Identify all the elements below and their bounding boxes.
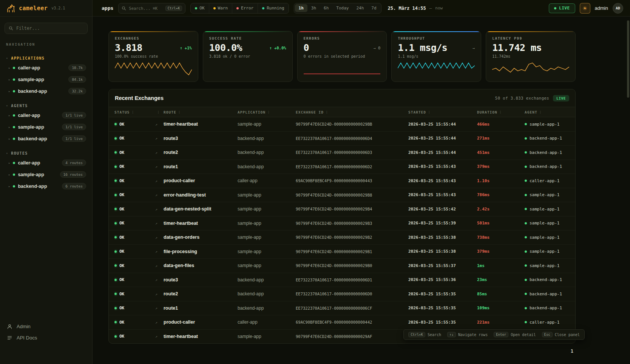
range-button[interactable]: 24h xyxy=(352,4,368,12)
sidebar-item-admin[interactable]: Admin xyxy=(7,324,85,329)
route-cell[interactable]: route3 xyxy=(164,136,238,141)
stat-card[interactable]: THROUGHPUT 1.1 msg/s → 1.1 msg/s xyxy=(391,31,481,82)
sidebar-item[interactable]: ▸ sample-app 1/1 live xyxy=(3,121,89,133)
table-row[interactable]: OK ↗ route2 backend-app EE7322370A10617-… xyxy=(109,287,575,301)
route-cell[interactable]: product-caller xyxy=(164,319,238,325)
range-button[interactable]: 1h xyxy=(295,4,307,12)
table-row[interactable]: OK ↗ route2 backend-app EE7322370A10617-… xyxy=(109,146,575,160)
range-button[interactable]: 7d xyxy=(368,4,380,12)
sidebar-item[interactable]: ▸ caller-app 1/1 live xyxy=(3,109,89,121)
route-cell[interactable]: data-gen-orders xyxy=(164,235,238,240)
avatar[interactable]: AD xyxy=(613,3,623,14)
table-row[interactable]: OK ↗ data-gen-nested-split sample-app 90… xyxy=(109,202,575,217)
route-cell[interactable]: route2 xyxy=(164,150,238,155)
sidebar-item[interactable]: ▸ backend-app 32.2k xyxy=(3,85,89,97)
theme-toggle-button[interactable]: ☀ xyxy=(580,3,590,14)
duration-cell: 2.42s xyxy=(477,207,525,212)
column-header[interactable]: AGENT ⋮ xyxy=(525,110,570,114)
sidebar-item[interactable]: ▸ sample-app 16 routes xyxy=(3,169,89,180)
open-route-arrow-icon[interactable]: ↗ xyxy=(155,306,164,310)
table-row[interactable]: OK ↗ route1 backend-app EE7322370A10617-… xyxy=(109,160,575,174)
table-row[interactable]: OK ↗ error-handling-test sample-app 9079… xyxy=(109,188,575,203)
column-header[interactable]: ROUTE ⋮ xyxy=(164,110,238,114)
range-button[interactable]: 3h xyxy=(307,4,320,12)
route-cell[interactable]: route2 xyxy=(164,291,238,296)
live-button[interactable]: LIVE xyxy=(549,3,575,13)
search-box[interactable]: Ctrl+K xyxy=(118,3,185,14)
table-row[interactable]: OK ↗ timer-heartbeat sample-app 90799F47… xyxy=(109,217,575,231)
route-cell[interactable]: timer-heartbeat xyxy=(164,334,238,339)
open-route-arrow-icon[interactable]: ↗ xyxy=(155,292,164,296)
logo-row[interactable]: cameleer v3.2.1 xyxy=(0,0,92,17)
open-route-arrow-icon[interactable]: ↗ xyxy=(155,249,164,253)
table-row[interactable]: OK ↗ timer-heartbeat sample-app 90799F47… xyxy=(109,117,575,132)
column-header[interactable]: DURATION ⋮ xyxy=(477,110,525,114)
route-cell[interactable]: route3 xyxy=(164,277,238,283)
filter-input[interactable] xyxy=(16,26,83,31)
table-row[interactable]: OK ↗ product-caller caller-app 69AC90BF8… xyxy=(109,174,575,188)
stat-card-accent-bar xyxy=(392,31,481,32)
stat-card[interactable]: ERRORS 0 → 0 0 errors in selected period xyxy=(297,31,387,82)
sidebar-item[interactable]: ▸ caller-app 4 routes xyxy=(3,157,89,169)
sidebar-section-header[interactable]: ▾ APPLICATIONS xyxy=(3,55,89,62)
search-input[interactable] xyxy=(129,6,162,11)
sidebar-section-header[interactable]: ▾ ROUTES xyxy=(3,150,89,157)
route-cell[interactable]: timer-heartbeat xyxy=(164,121,238,127)
table-row[interactable]: OK ↗ route3 backend-app EE7322370A10617-… xyxy=(109,273,575,287)
route-cell[interactable]: product-caller xyxy=(164,178,238,183)
sidebar-item[interactable]: ▸ backend-app 1/1 live xyxy=(3,133,89,144)
sidebar-item-api-docs[interactable]: API Docs xyxy=(7,335,85,341)
range-button[interactable]: Today xyxy=(332,4,352,12)
stat-card[interactable]: LATENCY P99 11.742 ms 11.742ms xyxy=(486,31,576,82)
open-route-arrow-icon[interactable]: ↗ xyxy=(155,136,164,140)
open-route-arrow-icon[interactable]: ↗ xyxy=(155,235,164,240)
status-cell: OK xyxy=(114,192,155,197)
column-header[interactable]: STARTED ⋮ xyxy=(408,110,477,114)
application-cell: sample-app xyxy=(238,263,296,268)
table-row[interactable]: OK ↗ product-caller caller-app 69AC90BF8… xyxy=(109,315,575,330)
open-route-arrow-icon[interactable]: ↗ xyxy=(155,207,164,211)
stat-card[interactable]: SUCCESS RATE 100.0% ↑ +0.0% 3.818 ok / 0… xyxy=(203,31,293,82)
open-route-arrow-icon[interactable]: ↗ xyxy=(155,320,164,324)
scrollbar-thumb[interactable] xyxy=(627,20,629,98)
status-filter-chip[interactable]: Warn xyxy=(209,3,233,13)
table-row[interactable]: OK ↗ route3 backend-app EE7322370A10617-… xyxy=(109,132,575,146)
sidebar-item[interactable]: ▸ sample-app 84.1k xyxy=(3,74,89,85)
route-cell[interactable]: timer-heartbeat xyxy=(164,221,238,226)
started-cell: 2026-03-25 15:55:44 xyxy=(408,150,477,155)
open-route-arrow-icon[interactable]: ↗ xyxy=(155,264,164,268)
open-route-arrow-icon[interactable]: ↗ xyxy=(155,151,164,155)
sidebar-section-header[interactable]: ▾ AGENTS xyxy=(3,102,89,109)
pagination[interactable]: 1 xyxy=(108,349,576,354)
range-button[interactable]: 6h xyxy=(320,4,332,12)
open-route-arrow-icon[interactable]: ↗ xyxy=(155,334,164,338)
column-header[interactable]: ⋮ xyxy=(155,111,164,114)
route-cell[interactable]: route1 xyxy=(164,164,238,169)
route-cell[interactable]: error-handling-test xyxy=(164,192,238,198)
open-route-arrow-icon[interactable]: ↗ xyxy=(155,278,164,282)
sidebar-item[interactable]: ▸ backend-app 6 routes xyxy=(3,180,89,192)
column-header[interactable]: EXCHANGE ID ⋮ xyxy=(296,110,408,114)
open-route-arrow-icon[interactable]: ↗ xyxy=(155,221,164,225)
table-row[interactable]: OK ↗ data-gen-orders sample-app 90799F47… xyxy=(109,230,575,245)
table-row[interactable]: OK ↗ file-processing sample-app 90799F47… xyxy=(109,245,575,259)
status-filter-chip[interactable]: OK xyxy=(191,3,209,13)
open-route-arrow-icon[interactable]: ↗ xyxy=(155,122,164,126)
page-number[interactable]: 1 xyxy=(571,349,573,354)
table-row[interactable]: OK ↗ data-gen-files sample-app 90799F47E… xyxy=(109,259,575,273)
open-route-arrow-icon[interactable]: ↗ xyxy=(155,179,164,183)
route-cell[interactable]: data-gen-files xyxy=(164,263,238,268)
status-filter-chip[interactable]: Error xyxy=(232,3,258,13)
column-header[interactable]: APPLICATION ⋮ xyxy=(238,110,296,114)
column-header[interactable]: STATUS ⋮ xyxy=(114,110,155,114)
route-cell[interactable]: file-processing xyxy=(164,249,238,254)
stat-card[interactable]: EXCHANGES 3.818 ↑ +1% 100.0% success rat… xyxy=(108,31,198,82)
open-route-arrow-icon[interactable]: ↗ xyxy=(155,193,164,197)
route-cell[interactable]: data-gen-nested-split xyxy=(164,206,238,212)
table-row[interactable]: OK ↗ route1 backend-app EE7322370A10617-… xyxy=(109,301,575,316)
sidebar-item[interactable]: ▸ caller-app 10.7k xyxy=(3,62,89,74)
status-filter-chip[interactable]: Running xyxy=(258,3,288,13)
open-route-arrow-icon[interactable]: ↗ xyxy=(155,164,164,169)
sidebar-filter[interactable] xyxy=(5,23,88,34)
route-cell[interactable]: route1 xyxy=(164,306,238,311)
